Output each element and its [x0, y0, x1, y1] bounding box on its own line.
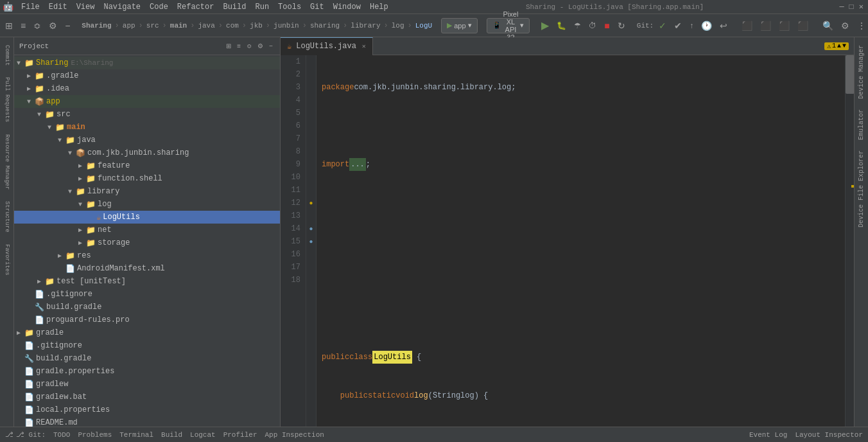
tree-expand-btn[interactable]: ≡	[235, 40, 243, 52]
menu-file[interactable]: File	[17, 1, 44, 13]
tree-package-dir[interactable]: ▼ 📦 com.jkb.junbin.sharing	[14, 146, 280, 159]
structure-tab[interactable]: Structure	[1, 196, 13, 238]
breadcrumb-junbin[interactable]: junbin	[273, 22, 299, 30]
layout-inspector-tab[interactable]: Layout Inspector	[795, 431, 863, 439]
tree-local-props[interactable]: 📄 local.properties	[14, 403, 280, 416]
close-btn[interactable]: ✕	[859, 2, 864, 12]
more-button-2[interactable]: ⬛	[758, 18, 774, 33]
tree-sharing-root[interactable]: ▼ 📁 Sharing E:\Sharing	[14, 57, 280, 69]
minimize-panel-icon[interactable]: −	[62, 18, 73, 33]
search-everywhere-button[interactable]: 🔍	[820, 18, 836, 33]
project-icon[interactable]: ⊞	[3, 18, 15, 33]
warning-up-arrow[interactable]: ▲	[837, 42, 841, 49]
breadcrumb-library[interactable]: library	[351, 22, 380, 30]
tree-build-gradle-root[interactable]: 🔧 build.gradle	[14, 352, 280, 365]
git-checkmark-button[interactable]: ✔	[672, 18, 684, 33]
menu-code[interactable]: Code	[146, 1, 172, 13]
menu-window[interactable]: Window	[329, 1, 365, 13]
menu-tools[interactable]: Tools	[274, 1, 305, 13]
device-file-explorer-tab[interactable]: Device File Explorer	[856, 145, 866, 233]
tree-logutils-file[interactable]: ☕ LogUtils	[14, 211, 280, 224]
git-history-button[interactable]: 🕐	[699, 18, 715, 33]
git-rollback-button[interactable]: ↩	[717, 18, 730, 33]
profiler-tab[interactable]: Profiler	[223, 431, 257, 439]
debug-button[interactable]: 🐛	[554, 18, 569, 33]
resource-manager-tab[interactable]: Resource Manager	[1, 129, 13, 195]
terminal-tab[interactable]: Terminal	[119, 431, 153, 439]
more-vert-button[interactable]: ⋮	[855, 18, 868, 33]
menu-git[interactable]: Git	[306, 1, 328, 13]
tree-java-dir[interactable]: ▼ 📁 java	[14, 134, 280, 146]
coverage-button[interactable]: ☂	[571, 18, 584, 33]
tree-manifest-file[interactable]: 📄 AndroidManifest.xml	[14, 262, 280, 275]
tree-readme[interactable]: 📄 README.md	[14, 416, 280, 427]
tree-function-shell-dir[interactable]: ▶ 📁 function.shell	[14, 172, 280, 185]
tree-gradle-root[interactable]: ▶ 📁 gradle	[14, 326, 280, 339]
build-tab[interactable]: Build	[161, 431, 182, 439]
tree-gitignore-root[interactable]: 📄 .gitignore	[14, 339, 280, 352]
filter-icon[interactable]: ≎	[31, 18, 44, 33]
tree-proguard-file[interactable]: 📄 proguard-rules.pro	[14, 314, 280, 326]
tree-gradlew[interactable]: 📄 gradlew	[14, 378, 280, 391]
breadcrumb-com[interactable]: com	[226, 22, 239, 30]
right-scrollbar[interactable]	[845, 55, 854, 427]
tree-storage-dir[interactable]: ▶ 📁 storage	[14, 236, 280, 249]
breadcrumb-sharing2[interactable]: sharing	[310, 22, 340, 30]
run-config-dropdown[interactable]: ▶ app ▾	[441, 18, 477, 33]
minimize-btn[interactable]: ─	[839, 3, 844, 12]
tree-test-dir[interactable]: ▶ 📁 test [unitTest]	[14, 275, 280, 288]
tree-config-btn[interactable]: ⚙	[256, 40, 265, 52]
tree-library-dir[interactable]: ▼ 📁 library	[14, 185, 280, 198]
tab-logutils[interactable]: ☕ LogUtils.java ✕	[281, 37, 373, 55]
tree-gradlew-bat[interactable]: 📄 gradlew.bat	[14, 391, 280, 403]
tree-settings-btn[interactable]: ⊞	[224, 40, 233, 52]
pull-requests-tab[interactable]: Pull Requests	[1, 72, 13, 127]
tree-build-gradle-app[interactable]: 🔧 build.gradle	[14, 301, 280, 314]
menu-run[interactable]: Run	[251, 1, 273, 13]
tree-minimize-btn[interactable]: −	[267, 40, 275, 52]
breadcrumb-main[interactable]: main	[170, 22, 187, 30]
more-button-3[interactable]: ⬛	[776, 18, 792, 33]
more-button-4[interactable]: ⬛	[795, 18, 811, 33]
settings-main-button[interactable]: ⚙	[838, 18, 852, 33]
maximize-btn[interactable]: □	[849, 3, 854, 12]
sync-button[interactable]: ↻	[615, 18, 628, 33]
tree-feature-dir[interactable]: ▶ 📁 feature	[14, 159, 280, 172]
scroll-thumb[interactable]	[846, 55, 854, 94]
device-manager-tab[interactable]: Device Manager	[856, 40, 866, 104]
event-log-tab[interactable]: Event Log	[749, 431, 787, 439]
menu-view[interactable]: View	[73, 1, 99, 13]
tree-res-dir[interactable]: ▶ 📁 res	[14, 249, 280, 262]
breadcrumb-app[interactable]: app	[123, 22, 135, 30]
tree-log-dir[interactable]: ▼ 📁 log	[14, 198, 280, 211]
tab-close-logutils[interactable]: ✕	[362, 42, 366, 50]
menu-refactor[interactable]: Refactor	[173, 1, 218, 13]
tree-net-dir[interactable]: ▶ 📁 net	[14, 224, 280, 236]
favorites-tab[interactable]: Favorites	[1, 239, 13, 281]
breadcrumb-java[interactable]: java	[198, 22, 214, 30]
menu-navigate[interactable]: Navigate	[100, 1, 144, 13]
gutter-warning-12[interactable]: ●	[306, 197, 316, 209]
git-push-button[interactable]: ↑	[687, 18, 696, 33]
git-check-button[interactable]: ✓	[656, 18, 669, 33]
tree-main-dir[interactable]: ▼ 📁 main	[14, 121, 280, 134]
code-editor[interactable]: 1 2 3 4 5 6 7 8 9 10 11 12 13 14 15 16 1…	[281, 55, 854, 427]
menu-edit[interactable]: Edit	[45, 1, 71, 13]
breadcrumb-logu[interactable]: LogU	[415, 22, 432, 30]
tree-idea-dir[interactable]: ▶ 📁 .idea	[14, 82, 280, 95]
tree-app-dir[interactable]: ▼ 📦 app	[14, 95, 280, 108]
settings-icon[interactable]: ⚙	[46, 18, 60, 33]
commit-tab[interactable]: Commit	[1, 40, 13, 71]
menu-help[interactable]: Help	[366, 1, 392, 13]
todo-tab[interactable]: TODO	[53, 431, 70, 439]
run-button[interactable]: ▶	[539, 18, 551, 33]
breadcrumb-sharing[interactable]: Sharing	[82, 22, 111, 30]
menu-build[interactable]: Build	[219, 1, 250, 13]
emulator-tab[interactable]: Emulator	[856, 104, 866, 145]
tree-gradle-dir[interactable]: ▶ 📁 .gradle	[14, 69, 280, 82]
more-button-1[interactable]: ⬛	[739, 18, 755, 33]
git-status[interactable]: ⎇ ⎇ Git:	[5, 430, 46, 439]
warning-down-arrow[interactable]: ▼	[842, 42, 846, 49]
tree-gradle-props[interactable]: 📄 gradle.properties	[14, 365, 280, 378]
app-inspection-tab[interactable]: App Inspection	[265, 431, 324, 439]
